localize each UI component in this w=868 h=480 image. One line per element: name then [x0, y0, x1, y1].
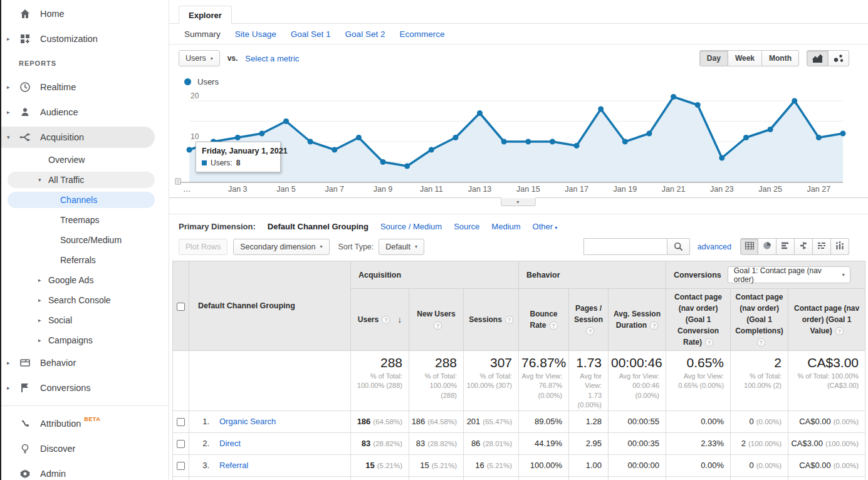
- metric-select-dropdown[interactable]: Users ▾: [179, 50, 220, 66]
- subtab-ecommerce[interactable]: Ecommerce: [399, 29, 444, 39]
- primary-dimension-medium[interactable]: Medium: [491, 222, 520, 231]
- subtab-site-usage[interactable]: Site Usage: [235, 29, 276, 39]
- comparison-view-button[interactable]: [795, 238, 813, 255]
- metric-group-subtabs: SummarySite UsageGoal Set 1Goal Set 2Eco…: [169, 24, 868, 44]
- sidebar-item-social[interactable]: ▸Social: [1, 310, 169, 330]
- sidebar-item-label: Acquisition: [40, 132, 84, 142]
- metric-cell: 00:00:35: [609, 432, 666, 454]
- plot-rows-button[interactable]: Plot Rows: [179, 239, 227, 255]
- select-a-metric-link[interactable]: Select a metric: [245, 54, 299, 63]
- channel-link-referral[interactable]: Referral: [219, 461, 248, 470]
- expand-down-icon[interactable]: ▾: [38, 177, 48, 183]
- table-icon: [745, 241, 755, 253]
- row-checkbox[interactable]: [177, 440, 185, 448]
- column-header-sessions[interactable]: Sessions?: [464, 289, 519, 351]
- subtab-goal-set-2[interactable]: Goal Set 2: [345, 29, 385, 39]
- primary-dimension-default-channel-grouping[interactable]: Default Channel Grouping: [268, 222, 369, 231]
- sidebar-item-treemaps[interactable]: Treemaps: [1, 210, 169, 230]
- sidebar-item-channels[interactable]: Channels: [1, 190, 169, 210]
- column-header-pages-session[interactable]: Pages / Session?: [569, 289, 609, 351]
- sidebar-item-all-traffic[interactable]: ▾All Traffic: [1, 170, 169, 190]
- channel-link-direct[interactable]: Direct: [219, 439, 241, 448]
- sidebar-item-attribution[interactable]: AttributionBETA: [1, 411, 169, 436]
- metric-value: 1.28: [586, 417, 602, 426]
- help-icon[interactable]: ?: [650, 321, 658, 330]
- sidebar-item-realtime[interactable]: ▸Realtime: [1, 75, 169, 100]
- select-all-checkbox[interactable]: [177, 303, 185, 311]
- tab-explorer[interactable]: Explorer: [179, 6, 232, 24]
- sidebar-item-search-console[interactable]: ▸Search Console: [1, 290, 169, 310]
- line-chart-button[interactable]: [807, 50, 829, 66]
- performance-view-button[interactable]: [776, 238, 795, 255]
- sort-type-value: Default: [385, 243, 410, 251]
- sidebar-item-campaigns[interactable]: ▸Campaigns: [1, 330, 169, 350]
- primary-dimension-source[interactable]: Source: [454, 222, 479, 231]
- column-header-bounce-rate[interactable]: Bounce Rate?: [519, 289, 569, 351]
- help-icon[interactable]: ?: [434, 321, 442, 330]
- sort-type-dropdown[interactable]: Default ▾: [379, 239, 424, 255]
- expand-right-icon[interactable]: ▸: [38, 337, 48, 343]
- expand-right-icon[interactable]: ▸: [38, 297, 48, 303]
- sidebar-item-admin[interactable]: Admin: [1, 461, 169, 480]
- subtab-summary[interactable]: Summary: [184, 29, 221, 39]
- help-icon[interactable]: ?: [705, 338, 713, 347]
- sidebar-item-discover[interactable]: Discover: [1, 436, 169, 461]
- granularity-day-button[interactable]: Day: [699, 50, 728, 66]
- row-checkbox[interactable]: [177, 418, 185, 426]
- expand-right-icon[interactable]: ▸: [38, 277, 48, 283]
- help-icon[interactable]: ?: [382, 316, 390, 324]
- sidebar-item-home[interactable]: Home: [1, 1, 169, 26]
- help-icon[interactable]: ?: [505, 316, 513, 324]
- sidebar-item-acquisition[interactable]: ▾Acquisition: [1, 125, 169, 150]
- sidebar-item-referrals[interactable]: Referrals: [1, 250, 169, 270]
- subtab-goal-set-1[interactable]: Goal Set 1: [291, 29, 331, 39]
- expand-right-icon[interactable]: ▸: [1, 385, 14, 391]
- column-header-contact-page-nav-order-goal-1-value-[interactable]: Contact page (nav order) (Goal 1 Value)?: [788, 289, 865, 351]
- expand-right-icon[interactable]: ▸: [1, 84, 14, 90]
- motion-chart-button[interactable]: [829, 50, 849, 66]
- column-header-new-users[interactable]: New Users?: [409, 289, 464, 351]
- help-icon[interactable]: ?: [550, 321, 558, 330]
- column-header-users[interactable]: Users?↓: [351, 289, 409, 351]
- sidebar-item-overview[interactable]: Overview: [1, 150, 169, 170]
- pivot-view-button[interactable]: [831, 238, 849, 255]
- sidebar-item-customization[interactable]: ▸Customization: [1, 26, 169, 51]
- advanced-search-link[interactable]: advanced: [698, 243, 731, 251]
- x-axis-label: Jan 5: [276, 185, 296, 194]
- expand-right-icon[interactable]: ▸: [1, 36, 14, 42]
- expand-down-icon[interactable]: ▾: [1, 134, 14, 140]
- chart-expander-handle[interactable]: ▾: [500, 197, 535, 206]
- search-button[interactable]: [667, 238, 690, 255]
- expand-right-icon[interactable]: ▸: [38, 317, 48, 323]
- beta-badge: BETA: [84, 416, 100, 422]
- sidebar-item-behavior[interactable]: ▸Behavior: [1, 350, 169, 375]
- expand-right-icon[interactable]: ▸: [1, 109, 14, 115]
- search-input[interactable]: [583, 238, 667, 255]
- sidebar-item-google-ads[interactable]: ▸Google Ads: [1, 270, 169, 290]
- primary-dimension-source-medium[interactable]: Source / Medium: [380, 222, 442, 231]
- granularity-month-button[interactable]: Month: [762, 50, 799, 66]
- expand-right-icon[interactable]: ▸: [1, 360, 14, 366]
- sidebar-item-conversions[interactable]: ▸Conversions: [1, 375, 169, 400]
- help-icon[interactable]: ?: [586, 327, 594, 335]
- secondary-dimension-dropdown[interactable]: Secondary dimension ▾: [233, 239, 329, 255]
- column-header-contact-page-nav-order-goal-1-completions-[interactable]: Contact page (nav order) (Goal 1 Complet…: [731, 289, 788, 351]
- sidebar-item-audience[interactable]: ▸Audience: [1, 100, 169, 125]
- granularity-week-button[interactable]: Week: [728, 50, 762, 66]
- goal-selector-dropdown[interactable]: Goal 1: Contact page (nav order)▾: [728, 266, 850, 283]
- term-cloud-view-button[interactable]: [813, 238, 831, 255]
- sidebar-item-source-medium[interactable]: Source/Medium: [1, 230, 169, 250]
- row-checkbox[interactable]: [177, 462, 185, 470]
- sidebar-item-label: Discover: [40, 444, 75, 454]
- help-icon[interactable]: ?: [835, 327, 844, 335]
- primary-dimension-other[interactable]: Other▾: [533, 222, 558, 231]
- metric-value: CA$3.00: [791, 439, 823, 448]
- attribution-icon: [19, 418, 31, 429]
- percentage-view-button[interactable]: [758, 238, 776, 255]
- table-view-button[interactable]: [740, 238, 758, 255]
- channel-link-organic-search[interactable]: Organic Search: [219, 417, 276, 426]
- help-icon[interactable]: ?: [757, 338, 765, 347]
- column-header-contact-page-nav-order-goal-1-conversion-rate-[interactable]: Contact page (nav order) (Goal 1 Convers…: [666, 289, 731, 351]
- column-header-avg-session-duration[interactable]: Avg. Session Duration?: [609, 289, 666, 351]
- sort-descending-icon[interactable]: ↓: [397, 315, 402, 325]
